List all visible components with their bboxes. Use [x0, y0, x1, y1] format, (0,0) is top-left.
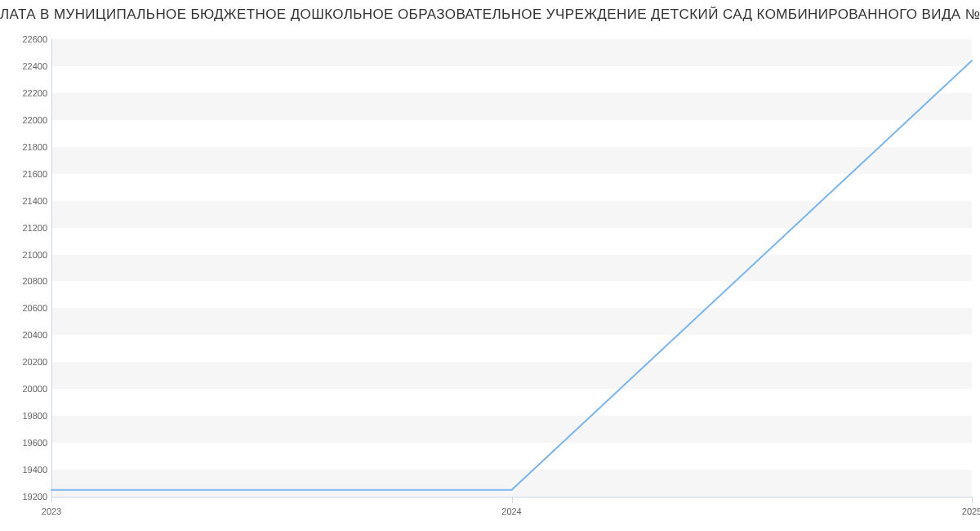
line-path — [51, 60, 972, 489]
y-tick-label: 20600 — [7, 303, 47, 313]
chart-container: ЛАТА В МУНИЦИПАЛЬНОЕ БЮДЖЕТНОЕ ДОШКОЛЬНО… — [0, 0, 980, 531]
x-tick-mark — [512, 497, 513, 503]
y-tick-label: 22200 — [7, 88, 47, 98]
y-tick-label: 19600 — [7, 438, 47, 448]
chart-title: ЛАТА В МУНИЦИПАЛЬНОЕ БЮДЖЕТНОЕ ДОШКОЛЬНО… — [0, 7, 980, 23]
y-tick-label: 20200 — [7, 357, 47, 367]
y-tick-label: 21200 — [7, 223, 47, 233]
y-tick-label: 21000 — [7, 250, 47, 260]
y-tick-label: 21600 — [7, 169, 47, 179]
y-tick-label: 20400 — [7, 330, 47, 340]
series-line — [51, 39, 972, 497]
y-tick-label: 19400 — [7, 465, 47, 475]
y-tick-label: 21400 — [7, 196, 47, 206]
y-tick-label: 22000 — [7, 115, 47, 125]
x-tick-label: 2023 — [42, 506, 61, 516]
y-tick-label: 22600 — [7, 34, 47, 44]
y-tick-label: 20000 — [7, 384, 47, 394]
y-tick-label: 19200 — [7, 492, 47, 502]
x-tick-label: 2025 — [962, 506, 980, 516]
y-tick-label: 22400 — [7, 61, 47, 71]
x-tick-label: 2024 — [501, 506, 521, 516]
y-tick-label: 21800 — [7, 142, 47, 152]
y-tick-label: 19800 — [7, 411, 47, 421]
x-tick-mark — [972, 497, 973, 503]
x-tick-mark — [51, 497, 52, 503]
y-tick-label: 20800 — [7, 276, 47, 286]
